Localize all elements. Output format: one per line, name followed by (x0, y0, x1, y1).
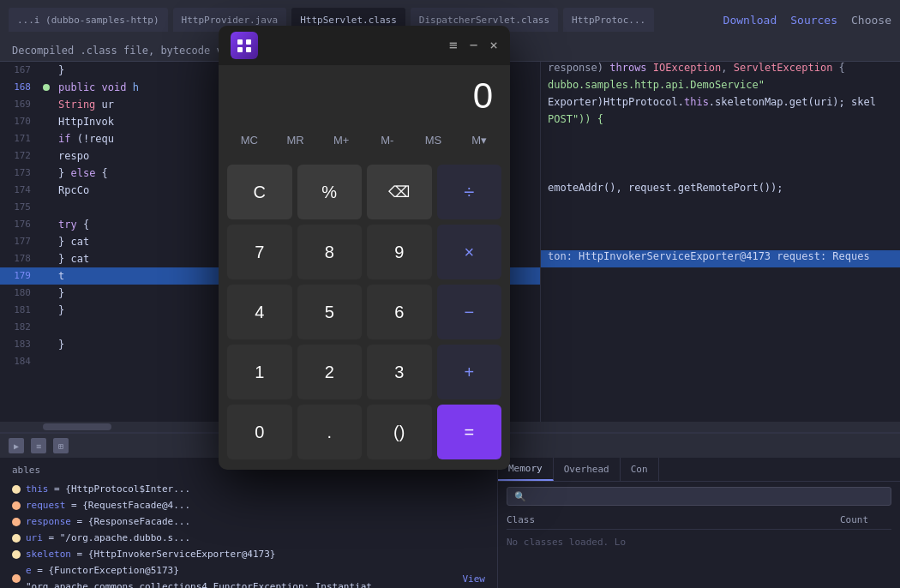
var-this: this = {HttpProtocol$Inter... (12, 481, 485, 497)
calc-mr-button[interactable]: MR (273, 125, 318, 154)
calculator-window: ≡ − × 0 MC MR M+ M- MS M▾ C % ⌫ ÷ 7 8 9 … (219, 26, 510, 470)
memory-table: Class Count No classes loaded. Lo (498, 511, 900, 555)
variables-panel: ables this = {HttpProtocol$Inter... requ… (0, 458, 497, 588)
calc-divide-button[interactable]: ÷ (437, 165, 502, 219)
var-bullet-response (12, 518, 21, 526)
calc-backspace-button[interactable]: ⌫ (367, 165, 432, 219)
calc-minimize-button[interactable]: − (470, 39, 478, 52)
calc-2-button[interactable]: 2 (297, 345, 363, 399)
choose-button[interactable]: Choose (851, 14, 891, 27)
calc-memory-row: MC MR M+ M- MS M▾ (219, 122, 510, 161)
calc-1-button[interactable]: 1 (227, 345, 292, 399)
tab-con[interactable]: Con (621, 458, 659, 481)
tab-http-protocol[interactable]: HttpProtoc... (563, 8, 654, 32)
calc-decimal-button[interactable]: . (297, 405, 363, 459)
search-icon: 🔍 (514, 491, 526, 502)
calc-mminus-button[interactable]: M- (365, 125, 410, 154)
toolbar-grid-icon[interactable]: ⊞ (53, 438, 69, 453)
calc-ms-button[interactable]: MS (411, 125, 456, 154)
toolbar-list-icon[interactable]: ≡ (31, 438, 46, 453)
calc-app-icon (231, 32, 258, 59)
var-bullet-e (12, 574, 21, 583)
calc-3-button[interactable]: 3 (367, 345, 432, 399)
calc-add-button[interactable]: + (437, 345, 502, 399)
top-bar-actions: Download Sources Choose (723, 14, 891, 27)
calc-parens-button[interactable]: () (367, 405, 432, 459)
calc-icon-dot-4 (246, 47, 251, 52)
calc-icon-dots (237, 39, 251, 52)
calc-mchevron-button[interactable]: M▾ (457, 125, 501, 154)
calc-8-button[interactable]: 8 (297, 225, 363, 279)
var-bullet-skeleton (12, 550, 21, 559)
calc-5-button[interactable]: 5 (297, 285, 363, 339)
col-count: Count (840, 514, 891, 525)
backspace-icon: ⌫ (388, 183, 410, 201)
calc-4-button[interactable]: 4 (227, 285, 292, 339)
bottom-content: ables this = {HttpProtocol$Inter... requ… (0, 458, 900, 588)
calc-6-button[interactable]: 6 (367, 285, 432, 339)
col-class: Class (507, 514, 823, 525)
var-response: response = {ResponseFacade... (12, 513, 485, 530)
calc-9-button[interactable]: 9 (367, 225, 432, 279)
calc-icon-dot-1 (237, 39, 243, 45)
calc-close-button[interactable]: × (489, 39, 498, 52)
right-debugger-panel: Memory Overhead Con 🔍 Class Count No cla… (497, 458, 900, 588)
calc-multiply-button[interactable]: × (437, 225, 502, 279)
calc-mplus-button[interactable]: M+ (319, 125, 363, 154)
scrollbar-thumb[interactable] (43, 423, 111, 430)
var-request: request = {RequestFacade@4... (12, 497, 485, 513)
calc-0-button[interactable]: 0 (227, 405, 292, 459)
no-classes-message: No classes loaded. Lo (507, 530, 891, 555)
calc-equals-button[interactable]: = (437, 405, 502, 459)
sources-button[interactable]: Sources (790, 14, 837, 27)
right-panel-header: Memory Overhead Con (498, 458, 900, 482)
calc-icon-dot-3 (237, 47, 243, 52)
table-header-row: Class Count (507, 511, 891, 530)
right-code-panel: response) throws IOException, ServletExc… (540, 62, 900, 422)
tab-dubbo-samples[interactable]: ...i (dubbo-samples-http) (9, 8, 168, 32)
toolbar-run-icon[interactable]: ▶ (9, 438, 24, 453)
calc-subtract-button[interactable]: − (437, 285, 502, 339)
calc-display: 0 (219, 65, 510, 122)
var-uri: uri = "/org.apache.dubbo.s... (12, 530, 485, 546)
var-e: e = {FunctorException@5173} "org.apache.… (12, 562, 485, 588)
calc-title-bar: ≡ − × (219, 26, 510, 65)
calc-mc-button[interactable]: MC (227, 125, 272, 154)
calc-menu-button[interactable]: ≡ (449, 39, 458, 52)
var-bullet-request (12, 501, 21, 510)
calc-icon-dot-2 (246, 39, 251, 45)
memory-search-box[interactable]: 🔍 (507, 487, 891, 506)
var-bullet-uri (12, 534, 21, 543)
var-bullet-this (12, 485, 21, 494)
calc-clear-button[interactable]: C (227, 165, 292, 219)
tab-overhead[interactable]: Overhead (554, 458, 621, 481)
var-e-view-link[interactable]: View (463, 571, 486, 587)
calc-window-controls: ≡ − × (449, 39, 498, 52)
calc-display-value: 0 (236, 75, 493, 117)
download-button[interactable]: Download (723, 14, 777, 27)
var-skeleton: skeleton = {HttpInvokerServiceExporter@4… (12, 546, 485, 562)
calc-7-button[interactable]: 7 (227, 225, 292, 279)
calc-percent-button[interactable]: % (297, 165, 363, 219)
calc-buttons-grid: C % ⌫ ÷ 7 8 9 × 4 5 6 − 1 2 3 + 0 . () = (219, 161, 510, 470)
memory-search-area: 🔍 (498, 482, 900, 511)
